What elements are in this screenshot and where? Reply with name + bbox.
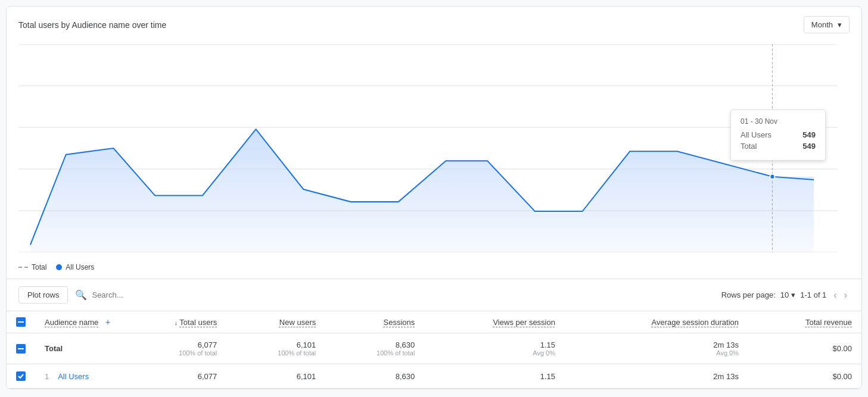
views-per-session-sub: Avg 0% [434,349,555,357]
new-users-1-value: 6,101 [297,372,316,381]
tooltip-label-total: Total [741,142,757,151]
th-sessions: Sessions [325,311,424,333]
th-new-users: New users [226,311,325,333]
avg-session-duration-1-value: 2m 13s [713,372,739,381]
td-sessions-total: 8,630 100% of total [325,333,424,364]
tooltip-date: 01 - 30 Nov [741,117,816,126]
chart-legend: Total All Users [7,258,861,279]
chart-area-fill [30,129,814,252]
rows-dropdown-arrow: ▾ [791,290,795,299]
th-avg-session-duration: Average session duration [565,311,748,333]
td-total-users-total: 6,077 100% of total [120,333,226,364]
td-avg-session-duration-1: 2m 13s [565,364,748,389]
plot-rows-button[interactable]: Plot rows [18,286,68,304]
legend-icon-allusers [56,264,62,270]
prev-page-button[interactable]: ‹ [831,289,839,302]
data-table: Audience name + ↓ Total users New users … [7,311,861,389]
legend-item-allusers: All Users [56,263,94,271]
legend-label-allusers: All Users [66,263,94,271]
th-views-per-session-label[interactable]: Views per session [493,318,555,327]
avg-session-duration-sub: Avg 0% [574,349,739,357]
search-icon: 🔍 [75,289,87,301]
table-toolbar: Plot rows 🔍 Rows per page: 10 ▾ 1-1 of 1… [7,279,861,311]
search-box: 🔍 [75,289,714,301]
td-sessions-1: 8,630 [325,364,424,389]
td-num-1: 1 All Users [35,364,120,389]
th-audience-name-label[interactable]: Audience name [45,318,98,327]
select-all-checkbox[interactable] [16,317,26,327]
th-total-users-label[interactable]: Total users [179,318,217,327]
views-per-session-1-value: 1.15 [540,372,555,381]
total-label: Total [45,344,63,353]
line-chart: 1K 800 600 400 200 0 Dec Jan Feb [18,44,838,252]
sort-arrow-icon: ↓ [174,319,178,326]
avg-session-duration-value: 2m 13s [574,340,739,349]
period-selector-label: Month [811,20,833,29]
chart-title: Total users by Audience name over time [18,20,166,30]
pagination-nav: ‹ › [831,289,850,302]
th-avg-session-duration-label[interactable]: Average session duration [652,318,739,327]
table-row-total: Total 6,077 100% of total 6,101 100% of … [7,333,861,364]
legend-icon-total [18,267,28,268]
new-users-value: 6,101 [236,340,316,349]
chart-area: 1K 800 600 400 200 0 Dec Jan Feb [7,38,861,258]
td-total-revenue-total: $0.00 [748,333,861,364]
th-total-revenue: Total revenue [748,311,861,333]
total-users-sub: 100% of total [129,349,217,357]
td-views-per-session-total: 1.15 Avg 0% [424,333,565,364]
total-revenue-value: $0.00 [832,344,852,353]
rows-per-page-label: Rows per page: [721,290,776,299]
legend-label-total: Total [32,263,46,271]
next-page-button[interactable]: › [842,289,850,302]
th-audience-name: Audience name + [35,311,120,333]
tooltip-row-total: Total 549 [741,142,816,151]
td-total-users-1: 6,077 [120,364,226,389]
rows-per-page-value: 10 [780,290,789,299]
chevron-down-icon: ▾ [838,20,842,29]
th-views-per-session: Views per session [424,311,565,333]
total-users-value: 6,077 [129,340,217,349]
views-per-session-value: 1.15 [434,340,555,349]
legend-item-total: Total [18,263,46,271]
th-checkbox [7,311,35,333]
chart-header: Total users by Audience name over time M… [7,7,861,38]
sessions-sub: 100% of total [335,349,415,357]
rows-per-page-control: Rows per page: 10 ▾ 1-1 of 1 ‹ › [721,289,850,302]
audience-name-link[interactable]: All Users [58,372,89,381]
table-header-row: Audience name + ↓ Total users New users … [7,311,861,333]
tooltip-value-total: 549 [802,142,816,151]
td-avg-session-duration-total: 2m 13s Avg 0% [565,333,748,364]
chart-dot [770,174,774,179]
th-total-users: ↓ Total users [120,311,226,333]
sessions-1-value: 8,630 [396,372,415,381]
td-new-users-total: 6,101 100% of total [226,333,325,364]
td-new-users-1: 6,101 [226,364,325,389]
checkbox-checked-icon[interactable] [16,371,26,381]
checkbox-minus-icon[interactable] [16,344,26,354]
chart-tooltip: 01 - 30 Nov All Users 549 Total 549 [730,110,826,161]
tooltip-value-allusers: 549 [802,130,816,139]
th-new-users-label[interactable]: New users [279,318,316,327]
tooltip-row-allusers: All Users 549 [741,130,816,139]
total-users-1-value: 6,077 [198,372,217,381]
rows-dropdown[interactable]: 10 ▾ [780,290,795,299]
search-input[interactable] [92,290,714,299]
td-total-revenue-1: $0.00 [748,364,861,389]
td-name-total: Total [35,333,120,364]
tooltip-label-allusers: All Users [741,130,771,139]
main-container: Total users by Audience name over time M… [6,6,862,389]
new-users-sub: 100% of total [236,349,316,357]
th-sessions-label[interactable]: Sessions [384,318,415,327]
td-checkbox-1[interactable] [7,364,35,389]
sessions-value: 8,630 [335,340,415,349]
period-selector-button[interactable]: Month ▾ [804,16,850,33]
table-row-1: 1 All Users 6,077 6,101 8,630 1.15 2m 13… [7,364,861,389]
total-revenue-1-value: $0.00 [832,372,852,381]
add-dimension-icon[interactable]: + [105,317,110,327]
th-total-revenue-label[interactable]: Total revenue [805,318,852,327]
td-views-per-session-1: 1.15 [424,364,565,389]
td-checkbox-total[interactable] [7,333,35,364]
row-number: 1 [45,372,49,381]
page-info: 1-1 of 1 [800,290,826,299]
